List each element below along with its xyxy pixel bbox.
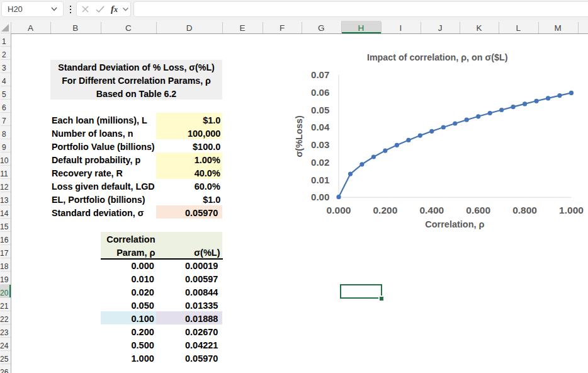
svg-text:Impact of correlation, ρ, on σ: Impact of correlation, ρ, on σ($L) [367,52,508,62]
svg-text:0.600: 0.600 [466,205,490,215]
svg-text:0.200: 0.200 [373,205,398,215]
svg-text:0.03: 0.03 [311,139,329,150]
svg-text:0.05: 0.05 [311,105,329,115]
svg-text:1.000: 1.000 [559,205,584,215]
svg-text:Correlation, ρ: Correlation, ρ [425,219,484,229]
svg-text:0.04: 0.04 [311,122,330,132]
svg-text:0.00: 0.00 [311,192,329,202]
svg-text:0.400: 0.400 [419,205,444,215]
svg-text:0.07: 0.07 [311,69,329,80]
svg-text:0.06: 0.06 [311,87,329,98]
svg-text:0.02: 0.02 [311,157,329,168]
svg-text:0.000: 0.000 [327,205,351,215]
svg-text:0.800: 0.800 [512,205,537,215]
svg-text:0.01: 0.01 [311,175,329,185]
svg-text:σ(%Loss): σ(%Loss) [295,115,305,157]
